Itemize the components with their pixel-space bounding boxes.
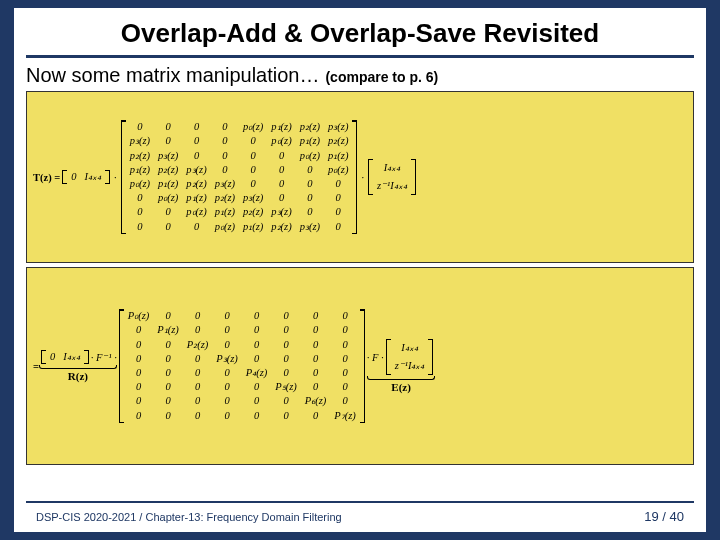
cell: z⁻¹I₄ₓ₄	[373, 177, 411, 195]
cell: 0	[182, 220, 210, 234]
cell: 0	[67, 170, 80, 184]
cell: 0	[239, 163, 267, 177]
cell: p₃(z)	[296, 220, 324, 234]
cell: 0	[242, 338, 272, 352]
cell: 0	[242, 352, 272, 366]
footer: DSP-CIS 2020-2021 / Chapter-13: Frequenc…	[14, 509, 706, 532]
cell: 0	[46, 350, 59, 364]
cell: 0	[183, 352, 213, 366]
page-current: 19	[644, 509, 658, 524]
cell: 0	[153, 394, 183, 408]
eq2-row-prefix: 0 I₄ₓ₄	[41, 350, 89, 364]
cell: I₄ₓ₄	[81, 170, 106, 184]
cell: p₂(z)	[211, 191, 239, 205]
cell: p₀(z)	[154, 191, 182, 205]
cell: 0	[154, 120, 182, 134]
cell: 0	[212, 409, 242, 423]
cell: 0	[183, 409, 213, 423]
cell: z⁻¹I₄ₓ₄	[391, 357, 429, 375]
cell: 0	[183, 380, 213, 394]
cell: p₁(z)	[211, 205, 239, 219]
content-area: T(z) = 0 I₄ₓ₄ · 0000p₀(z)p₁(z)p₂(z)p₃(z)…	[14, 91, 706, 497]
cell: 0	[330, 352, 360, 366]
cell: 0	[212, 380, 242, 394]
cell: p₁(z)	[324, 149, 352, 163]
cell: 0	[271, 352, 301, 366]
cell: 0	[242, 394, 272, 408]
cell: 0	[124, 366, 154, 380]
R-label: R(z)	[39, 370, 117, 382]
cell: p₁(z)	[239, 220, 267, 234]
cell: p₀(z)	[126, 177, 154, 191]
cell: p₃(z)	[267, 205, 295, 219]
eq1-lhs: T(z) =	[33, 172, 60, 183]
cell: p₁(z)	[182, 191, 210, 205]
cell: 0	[330, 394, 360, 408]
eq2-F: · F ·	[367, 352, 384, 363]
dot: ·	[112, 172, 119, 183]
cell: p₂(z)	[182, 177, 210, 191]
cell: 0	[324, 177, 352, 191]
cell: p₃(z)	[126, 134, 154, 148]
cell: 0	[301, 338, 331, 352]
cell: 0	[153, 338, 183, 352]
cell: P₄(z)	[242, 366, 272, 380]
cell: 0	[271, 309, 301, 323]
cell: 0	[211, 120, 239, 134]
cell: p₂(z)	[267, 220, 295, 234]
cell: 0	[324, 191, 352, 205]
cell: p₀(z)	[296, 149, 324, 163]
cell: 0	[212, 309, 242, 323]
cell: 0	[239, 177, 267, 191]
cell: p₂(z)	[126, 149, 154, 163]
cell: p₀(z)	[211, 220, 239, 234]
cell: P₆(z)	[301, 394, 331, 408]
eq1-row-prefix: 0 I₄ₓ₄	[62, 170, 110, 184]
cell: P₇(z)	[330, 409, 360, 423]
cell: P₂(z)	[183, 338, 213, 352]
footer-divider	[26, 501, 694, 503]
cell: p₀(z)	[267, 134, 295, 148]
cell: 0	[324, 220, 352, 234]
cell: 0	[126, 120, 154, 134]
eq2-diag-matrix: P₀(z)00000000P₁(z)00000000P₂(z)00000000P…	[119, 309, 365, 422]
cell: p₂(z)	[324, 134, 352, 148]
cell: 0	[212, 366, 242, 380]
cell: 0	[242, 380, 272, 394]
cell: 0	[154, 134, 182, 148]
cell: p₀(z)	[182, 205, 210, 219]
cell: 0	[154, 220, 182, 234]
cell: 0	[182, 149, 210, 163]
cell: 0	[296, 163, 324, 177]
cell: 0	[296, 205, 324, 219]
cell: p₃(z)	[182, 163, 210, 177]
cell: 0	[324, 205, 352, 219]
footer-page: 19 / 40	[644, 509, 684, 524]
cell: p₀(z)	[324, 163, 352, 177]
cell: p₁(z)	[267, 120, 295, 134]
cell: I₄ₓ₄	[373, 159, 411, 177]
cell: I₄ₓ₄	[59, 350, 84, 364]
cell: 0	[267, 149, 295, 163]
cell: P₀(z)	[124, 309, 154, 323]
cell: 0	[267, 191, 295, 205]
slide-title: Overlap-Add & Overlap-Save Revisited	[14, 8, 706, 55]
cell: 0	[267, 177, 295, 191]
eq2-col-matrix: I₄ₓ₄ z⁻¹I₄ₓ₄	[386, 339, 434, 375]
cell: 0	[153, 352, 183, 366]
cell: 0	[212, 394, 242, 408]
compare-note: (compare to p. 6)	[325, 69, 438, 85]
cell: 0	[296, 191, 324, 205]
cell: p₁(z)	[126, 163, 154, 177]
cell: 0	[153, 366, 183, 380]
cell: 0	[301, 380, 331, 394]
equation-panel-1: T(z) = 0 I₄ₓ₄ · 0000p₀(z)p₁(z)p₂(z)p₃(z)…	[26, 91, 694, 263]
dot: ·	[359, 172, 366, 183]
cell: 0	[124, 394, 154, 408]
cell: P₃(z)	[212, 352, 242, 366]
cell: 0	[242, 309, 272, 323]
cell: 0	[330, 338, 360, 352]
cell: 0	[183, 366, 213, 380]
cell: 0	[126, 205, 154, 219]
cell: 0	[301, 323, 331, 337]
